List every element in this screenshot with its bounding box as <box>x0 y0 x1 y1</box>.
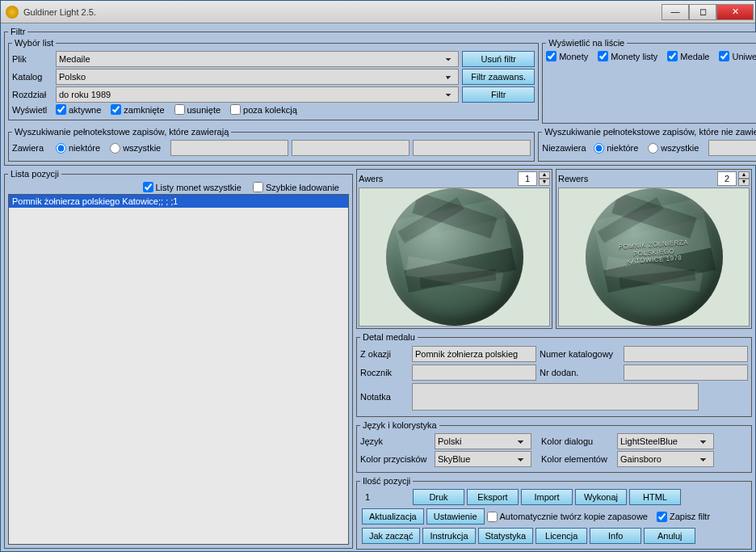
awers-panel: Awers ▲ ▼ <box>356 169 552 329</box>
aktualizacja-button[interactable]: Aktualizacja <box>362 508 424 525</box>
awers-down-button[interactable]: ▼ <box>539 179 550 186</box>
html-button[interactable]: HTML <box>629 489 681 505</box>
zawiera-input-1[interactable] <box>170 140 288 156</box>
wykonaj-button[interactable]: Wykonaj <box>575 489 627 505</box>
plik-label: Plik <box>12 54 52 64</box>
rocznik-input[interactable] <box>412 364 536 381</box>
eksport-button[interactable]: Eksport <box>467 489 519 505</box>
niezawiera-input-1[interactable] <box>708 140 756 156</box>
rewers-up-button[interactable]: ▲ <box>738 171 750 179</box>
rewers-index-input[interactable] <box>717 171 737 186</box>
search-exclude-legend: Wyszukiwanie pełnotekstowe zapisów, któr… <box>542 127 756 137</box>
rozdzial-label: Rozdział <box>12 90 52 99</box>
usuniete-checkbox[interactable]: usunięte <box>174 104 221 115</box>
kolor-elementow-select[interactable]: Gainsboro <box>617 451 714 467</box>
jezyk-fieldset: Język i kolorystyka Język Polski Kolor d… <box>356 420 752 473</box>
katalog-label: Katalog <box>12 72 52 82</box>
katalog-select[interactable]: Polsko <box>56 69 459 85</box>
auto-kopie-checkbox[interactable]: Automatycznie twórz kopie zapasowe <box>487 512 648 522</box>
statystyka-button[interactable]: Statystyka <box>478 528 534 544</box>
client-area: Filtr Wybór list Plik Medaile Usuń filtr… <box>1 23 755 551</box>
jak-zaczac-button[interactable]: Jak zacząć <box>362 528 420 544</box>
ustawienie-button[interactable]: Ustawienie <box>426 508 485 525</box>
app-window: Guldiner Light 2.5. — ◻ ✕ Filtr Wybór li… <box>0 0 756 552</box>
kolor-dialogu-label: Kolor dialogu <box>541 436 614 446</box>
import-button[interactable]: Import <box>521 489 573 505</box>
rewers-panel: Rewers ▲ ▼ POMNIK ŻOŁNIERZA POLSKIEGO KA… <box>556 169 752 329</box>
instrukcja-button[interactable]: Instrukcja <box>422 528 475 544</box>
numer-label: Numer katalogowy <box>540 349 620 359</box>
list-item[interactable]: Pomnik żołnierza polskiego Katowice;; ; … <box>9 195 348 208</box>
medal-reverse: POMNIK ŻOŁNIERZA POLSKIEGO KATOWICE 1978 <box>586 188 723 326</box>
maximize-button[interactable]: ◻ <box>689 4 716 20</box>
uniwersalne-checkbox[interactable]: Uniwersalne karty <box>719 51 756 61</box>
anuluj-button[interactable]: Anuluj <box>644 528 695 544</box>
druk-button[interactable]: Druk <box>413 489 464 505</box>
z-okazji-input[interactable] <box>412 346 536 362</box>
lista-pozycji-fieldset: Lista pozycji Listy monet wszystkie Szyb… <box>4 169 353 549</box>
zawiera-input-2[interactable] <box>292 140 410 156</box>
listy-monet-checkbox[interactable]: Listy monet wszystkie <box>143 182 242 192</box>
wybor-list-legend: Wybór list <box>12 38 56 48</box>
licencja-button[interactable]: Licencja <box>536 528 587 544</box>
medale-checkbox[interactable]: Medale <box>667 51 709 61</box>
nr-dodan-label: Nr dodan. <box>540 368 620 377</box>
kolor-przyciskow-label: Kolor przycisków <box>360 454 431 464</box>
close-button[interactable]: ✕ <box>716 4 754 20</box>
search-include-fieldset: Wyszukiwanie pełnotekstowe zapisów, któr… <box>8 127 535 162</box>
wyswietlic-fieldset: Wyświetlić na liście Monety Monety listy… <box>542 38 756 124</box>
zawiera-wszystkie-radio[interactable]: wszystkie <box>110 143 161 154</box>
poza-kolekcja-checkbox[interactable]: poza kolekcją <box>230 104 297 115</box>
monety-listy-checkbox[interactable]: Monety listy <box>598 51 657 61</box>
plik-select[interactable]: Medaile <box>56 51 459 67</box>
medal-obverse <box>386 188 523 326</box>
filter-fieldset: Filtr Wybór list Plik Medaile Usuń filtr… <box>4 27 756 166</box>
wyswietlic-legend: Wyświetlić na liście <box>546 38 627 48</box>
zawiera-niektore-radio[interactable]: niektóre <box>56 143 100 154</box>
jezyk-select[interactable]: Polski <box>435 433 531 449</box>
awers-image[interactable] <box>359 188 550 327</box>
filtr-button[interactable]: Filtr <box>462 86 535 103</box>
awers-up-button[interactable]: ▲ <box>539 171 550 179</box>
jezyk-label: Język <box>360 436 431 446</box>
zamkniete-checkbox[interactable]: zamknięte <box>111 104 164 115</box>
monety-checkbox[interactable]: Monety <box>546 51 588 61</box>
rewers-image[interactable]: POMNIK ŻOŁNIERZA POLSKIEGO KATOWICE 1978 <box>558 188 750 327</box>
rewers-label: Rewers <box>558 174 716 183</box>
kolor-elementow-label: Kolor elementów <box>541 454 614 464</box>
niezawiera-label: Niezawiera <box>542 143 590 153</box>
zawiera-label: Zawiera <box>12 143 52 153</box>
kolor-dialogu-select[interactable]: LightSteelBlue <box>617 433 714 449</box>
notatka-label: Notatka <box>360 392 409 402</box>
search-include-legend: Wyszukiwanie pełnotekstowe zapisów, któr… <box>12 127 231 137</box>
app-icon <box>6 6 19 19</box>
szybkie-ladowanie-checkbox[interactable]: Szybkie ładowanie <box>253 182 339 192</box>
detal-medalu-fieldset: Detal medalu Z okazji Numer katalogowy R… <box>356 332 752 417</box>
lista-pozycji-legend: Lista pozycji <box>8 169 61 179</box>
position-list[interactable]: Pomnik żołnierza polskiego Katowice;; ; … <box>8 194 349 545</box>
wybor-list-fieldset: Wybór list Plik Medaile Usuń filtr Katal… <box>8 38 539 120</box>
ilosc-legend: Ilość pozycji <box>360 476 413 486</box>
nr-dodan-input[interactable] <box>624 364 748 381</box>
window-title: Guldiner Light 2.5. <box>23 7 662 17</box>
zapisz-filtr-checkbox[interactable]: Zapisz filtr <box>657 512 710 522</box>
rozdzial-select[interactable]: do roku 1989 <box>56 86 459 103</box>
filtr-zaawans-button[interactable]: Filtr zaawans. <box>462 69 535 85</box>
usun-filtr-button[interactable]: Usuń filtr <box>462 51 535 67</box>
notatka-textarea[interactable] <box>412 383 699 411</box>
filter-legend: Filtr <box>8 27 27 36</box>
awers-label: Awers <box>359 174 516 183</box>
niezawiera-wszystkie-radio[interactable]: wszystkie <box>648 143 699 154</box>
niezawiera-niektore-radio[interactable]: niektóre <box>594 143 638 154</box>
minimize-button[interactable]: — <box>662 4 689 20</box>
kolor-przyciskow-select[interactable]: SkyBlue <box>435 451 531 467</box>
numer-input[interactable] <box>624 346 748 362</box>
info-button[interactable]: Info <box>590 528 641 544</box>
rocznik-label: Rocznik <box>360 368 409 377</box>
awers-index-input[interactable] <box>518 171 537 186</box>
zawiera-input-3[interactable] <box>413 140 531 156</box>
rewers-down-button[interactable]: ▼ <box>738 179 750 186</box>
z-okazji-label: Z okazji <box>360 349 409 359</box>
titlebar: Guldiner Light 2.5. — ◻ ✕ <box>1 1 755 23</box>
aktywne-checkbox[interactable]: aktywne <box>56 104 101 115</box>
